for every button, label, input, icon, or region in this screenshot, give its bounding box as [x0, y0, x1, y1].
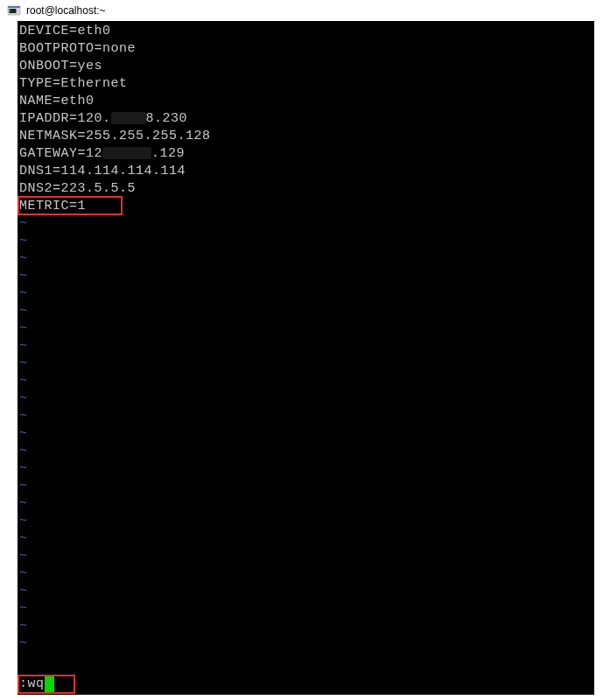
- window-title: root@localhost:~: [26, 4, 106, 17]
- config-line-gateway: GATEWAY=12.129: [19, 145, 592, 163]
- config-line-metric: METRIC=1: [19, 198, 592, 215]
- empty-line-tilde: ~: [19, 215, 592, 233]
- empty-line-tilde: ~: [19, 303, 592, 320]
- cursor-block: [45, 676, 54, 692]
- vim-command-line[interactable]: :wq: [19, 676, 54, 693]
- empty-line-tilde: ~: [19, 600, 592, 618]
- empty-line-tilde: ~: [19, 390, 592, 408]
- config-line: NAME=eth0: [19, 93, 592, 110]
- svg-rect-1: [8, 6, 20, 8]
- empty-line-tilde: ~: [19, 408, 592, 425]
- empty-line-tilde: ~: [19, 530, 592, 548]
- empty-line-tilde: ~: [19, 460, 592, 478]
- empty-line-tilde: ~: [19, 320, 592, 338]
- empty-line-tilde: ~: [19, 250, 592, 268]
- config-line: NETMASK=255.255.255.128: [19, 128, 592, 145]
- vim-command-text: :wq: [19, 676, 45, 693]
- gateway-suffix: .129: [151, 146, 185, 161]
- ipaddr-suffix: 8.230: [146, 111, 188, 126]
- terminal-viewport[interactable]: DEVICE=eth0 BOOTPROTO=none ONBOOT=yes TY…: [18, 21, 594, 695]
- empty-line-tilde: ~: [19, 443, 592, 460]
- config-line: ONBOOT=yes: [19, 58, 592, 75]
- empty-line-tilde: ~: [19, 338, 592, 355]
- empty-line-tilde: ~: [19, 373, 592, 390]
- empty-line-tilde: ~: [19, 355, 592, 373]
- config-line: DNS2=223.5.5.5: [19, 180, 592, 198]
- gateway-prefix: GATEWAY=12: [19, 146, 102, 161]
- config-line: DNS1=114.114.114.114: [19, 163, 592, 180]
- terminal-icon: [7, 4, 21, 18]
- config-line: DEVICE=eth0: [19, 23, 592, 40]
- empty-line-tilde: ~: [19, 513, 592, 530]
- redacted-segment: [111, 112, 146, 124]
- empty-line-tilde: ~: [19, 548, 592, 565]
- empty-line-tilde: ~: [19, 495, 592, 513]
- config-line: TYPE=Ethernet: [19, 75, 592, 93]
- empty-line-tilde: ~: [19, 233, 592, 250]
- empty-line-tilde: ~: [19, 285, 592, 303]
- empty-line-tilde: ~: [19, 425, 592, 443]
- window-titlebar: root@localhost:~: [0, 0, 610, 21]
- config-line-ipaddr: IPADDR=120.8.230: [19, 110, 592, 128]
- ipaddr-prefix: IPADDR=120.: [19, 111, 111, 126]
- empty-line-tilde: ~: [19, 565, 592, 583]
- redacted-segment: [102, 147, 151, 159]
- empty-line-tilde: ~: [19, 268, 592, 285]
- empty-line-tilde: ~: [19, 635, 592, 653]
- empty-line-tilde: ~: [19, 583, 592, 600]
- empty-line-tilde: ~: [19, 618, 592, 635]
- empty-line-tilde: ~: [19, 478, 592, 495]
- config-line: BOOTPROTO=none: [19, 40, 592, 58]
